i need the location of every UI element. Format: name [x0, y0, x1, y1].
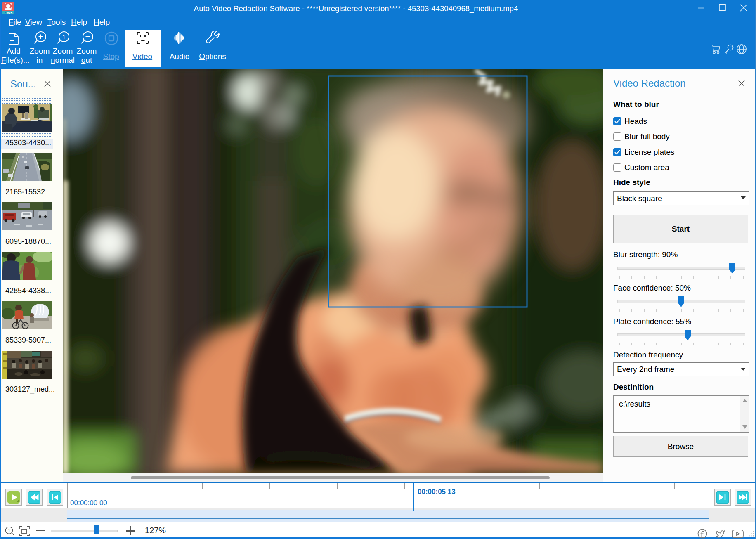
svg-text:1: 1 [8, 528, 10, 533]
svg-text:1: 1 [62, 33, 66, 40]
svg-text:AVR: AVR [7, 11, 13, 14]
